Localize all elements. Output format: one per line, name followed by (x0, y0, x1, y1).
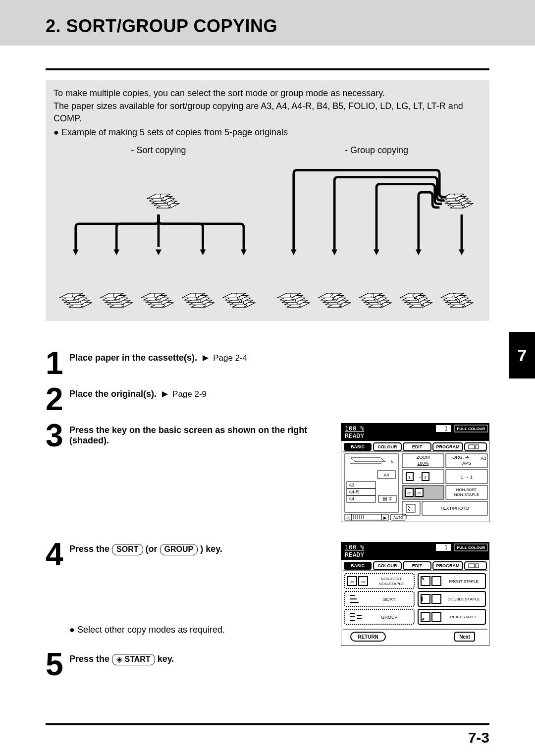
group-diagram-svg: 5 4 3 2 1 (271, 159, 482, 311)
step-number: 4 (46, 542, 69, 567)
group-key: GROUP (160, 544, 198, 555)
step-number: 2 (46, 387, 69, 412)
svg-text:ZOOM: ZOOM (417, 455, 430, 460)
svg-text:1 → 1: 1 → 1 (461, 475, 473, 480)
page-title: 2. SORT/GROUP COPYING (46, 16, 535, 37)
intro-line-2: The paper sizes available for sort/group… (54, 100, 482, 124)
svg-text:NON-SORT: NON-SORT (456, 487, 478, 492)
step-number: 3 (46, 423, 69, 448)
step-4-post: ) key. (200, 544, 222, 554)
svg-text:EDIT: EDIT (412, 563, 423, 568)
svg-text:1: 1 (112, 292, 115, 299)
svg-text:COLOUR: COLOUR (378, 444, 397, 449)
rule (46, 68, 489, 70)
step-2: 2 Place the original(s). Page 2-9 (46, 387, 489, 412)
svg-text:→: → (417, 475, 422, 480)
svg-text:Next: Next (459, 634, 470, 640)
svg-text:▶: ▶ (383, 515, 387, 520)
svg-text:100%: 100% (417, 461, 428, 466)
svg-text:100  %: 100 % (345, 543, 364, 551)
svg-rect-64 (436, 425, 451, 432)
reference-arrow-icon (162, 391, 168, 397)
sort-diagram-svg: 5 4 3 2 1 (54, 159, 264, 311)
group-caption: - Group copying (271, 144, 482, 156)
svg-text:1: 1 (153, 292, 156, 299)
title-bar: 2. SORT/GROUP COPYING (0, 0, 535, 46)
step-number: 5 (46, 652, 69, 677)
sort-caption: - Sort copying (54, 144, 264, 156)
svg-text:1: 1 (194, 292, 197, 299)
svg-text:DOUBLE STAPLE: DOUBLE STAPLE (447, 597, 480, 601)
svg-text:3: 3 (371, 292, 374, 299)
svg-rect-136 (436, 544, 451, 551)
svg-text:READY: READY (345, 551, 364, 558)
svg-text:◁: ◁ (347, 515, 350, 520)
svg-text:2: 2 (329, 292, 333, 299)
svg-text:A4-R: A4-R (349, 489, 359, 494)
step-4-mid: (or (146, 544, 160, 554)
svg-text:TEXT/PHOTO: TEXT/PHOTO (440, 506, 469, 511)
svg-text:1: 1 (424, 475, 427, 480)
svg-text:1: 1 (444, 544, 448, 551)
intro-line-3: Example of making 5 sets of copies from … (61, 127, 288, 137)
svg-text:RETURN: RETURN (358, 634, 378, 640)
step-1-ref: Page 2-4 (213, 353, 247, 363)
svg-text:1: 1 (452, 193, 456, 199)
step-4-note: Select other copy modes as required. (77, 625, 225, 635)
svg-text:COLOUR: COLOUR (378, 563, 397, 568)
svg-text:FULL COLOUR: FULL COLOUR (457, 427, 485, 431)
svg-text:REAR  STAPLE: REAR STAPLE (450, 615, 478, 619)
svg-text:4: 4 (412, 292, 415, 299)
svg-rect-94 (352, 514, 381, 520)
reference-arrow-icon (203, 355, 209, 361)
svg-text:5: 5 (452, 292, 456, 299)
start-key: START (112, 654, 155, 665)
svg-text:PROGRAM: PROGRAM (436, 444, 460, 449)
step-2-text: Place the original(s). (69, 389, 157, 399)
page-number: 7-3 (0, 725, 535, 746)
sort-key: SORT (112, 544, 143, 555)
finishing-screen-illustration: 100 % READY 1 FULL COLOUR BASIC COLOUR E… (341, 542, 489, 646)
step-5: 5 Press the START key. (46, 652, 489, 677)
sort-diagram: - Sort copying 5 4 3 2 1 (54, 144, 264, 311)
svg-text:PROGRAM: PROGRAM (436, 563, 460, 568)
svg-text:A4: A4 (349, 496, 354, 501)
svg-text:GROUP: GROUP (381, 615, 397, 620)
svg-text:BASIC: BASIC (351, 563, 365, 568)
step-5-post: key. (158, 654, 174, 664)
svg-text:A4: A4 (383, 473, 389, 478)
svg-text:AUTO: AUTO (393, 516, 403, 519)
svg-text:A3: A3 (481, 456, 486, 461)
svg-text:1: 1 (289, 292, 292, 299)
group-diagram: - Group copying 5 4 3 2 1 (271, 144, 482, 311)
step-1: 1 Place paper in the cassette(s). Page 2… (46, 351, 489, 376)
svg-text:▭: ▭ (417, 490, 422, 495)
intro-line-1: To make multiple copies, you can select … (54, 87, 482, 99)
svg-text:1: 1 (408, 475, 411, 480)
svg-text:NON-SORT: NON-SORT (381, 577, 402, 581)
basic-screen-illustration: 100 % READY 1 FULL COLOUR BASIC COLOUR E… (341, 423, 489, 522)
svg-text:▤ ⇕: ▤ ⇕ (382, 496, 392, 501)
step-5-pre: Press the (69, 654, 112, 664)
manual-page: 2. SORT/GROUP COPYING To make multiple c… (0, 0, 535, 756)
intro-box: To make multiple copies, you can select … (46, 80, 489, 321)
svg-text:ORG. ➔: ORG. ➔ (452, 455, 469, 460)
step-2-ref: Page 2-9 (172, 389, 207, 399)
svg-text:▭: ▭ (407, 490, 412, 495)
svg-text:A3: A3 (349, 483, 354, 487)
chapter-tab: 7 (509, 332, 535, 378)
diagram-row: - Sort copying 5 4 3 2 1 (54, 144, 482, 311)
content-area: To make multiple copies, you can select … (0, 68, 535, 677)
svg-text:▭: ▭ (350, 579, 355, 584)
svg-text:FRONT STAPLE: FRONT STAPLE (449, 579, 479, 584)
svg-text:BASIC: BASIC (351, 444, 365, 449)
svg-text:1: 1 (71, 292, 74, 299)
svg-text:NON-STAPLE: NON-STAPLE (454, 492, 480, 497)
step-number: 1 (46, 351, 69, 376)
svg-text:EDIT: EDIT (412, 444, 423, 449)
step-1-text: Place paper in the cassette(s). (69, 353, 197, 363)
svg-text:1: 1 (234, 292, 238, 299)
step-4: 4 Press the SORT (or GROUP ) key. ● Sele… (46, 542, 489, 646)
svg-text:APS: APS (462, 461, 471, 466)
svg-text:100  %: 100 % (345, 425, 364, 432)
